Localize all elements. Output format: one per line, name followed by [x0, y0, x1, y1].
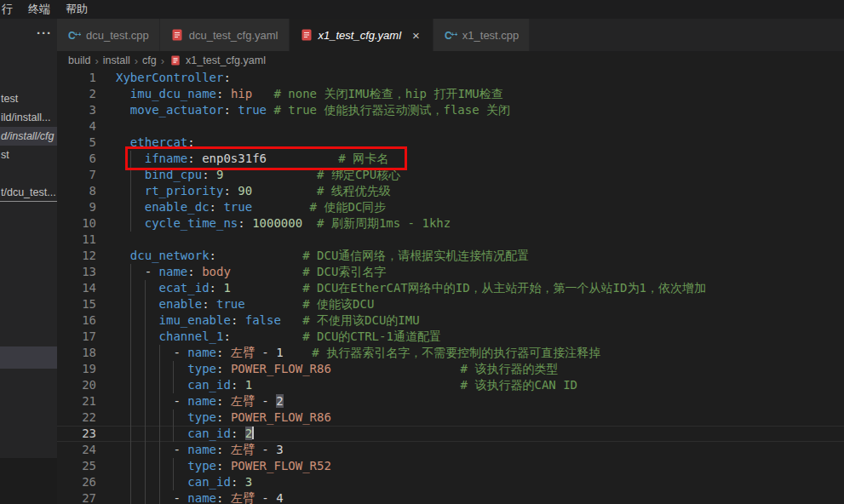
- line-number[interactable]: 4: [57, 118, 96, 135]
- sidebar-item[interactable]: d/install/cfg: [0, 127, 57, 146]
- sidebar-item[interactable]: st: [0, 146, 57, 164]
- line-number[interactable]: 11: [57, 232, 96, 248]
- code-line[interactable]: 22 type: POWER_FLOW_R86: [57, 410, 844, 426]
- line-number[interactable]: 3: [57, 102, 96, 118]
- line-number[interactable]: 27: [57, 490, 96, 504]
- code-editor[interactable]: 1XyberController:2 imu_dcu_name: hip # n…: [57, 70, 844, 504]
- indent-guide: [159, 410, 160, 426]
- sidebar-item[interactable]: t/dcu_test...: [0, 183, 57, 202]
- code-line[interactable]: 8 rt_priority: 90 # 线程优先级: [57, 183, 844, 199]
- indent-guide: [145, 345, 146, 361]
- line-number[interactable]: 2: [57, 86, 96, 102]
- code-line[interactable]: 10 cycle_time_ns: 1000000 # 刷新周期1ms - 1k…: [57, 215, 844, 232]
- indent-guide: [145, 410, 146, 426]
- line-number[interactable]: 13: [57, 264, 96, 280]
- code-line[interactable]: 17 channel_1: # DCU的CTRL-1通道配置: [57, 329, 844, 345]
- indent-guide: [145, 361, 146, 377]
- code-line[interactable]: 2 imu_dcu_name: hip # none 关闭IMU检查，hip 打…: [57, 86, 844, 102]
- indent-guide: [159, 426, 160, 442]
- line-number[interactable]: 8: [57, 183, 96, 199]
- code-line[interactable]: 18 - name: 左臂 - 1 # 执行器索引名字，不需要控制的执行器可直接…: [57, 345, 844, 361]
- sidebar-item[interactable]: ild/install...: [0, 108, 57, 127]
- line-number[interactable]: 24: [57, 442, 96, 458]
- text-cursor: [252, 427, 254, 439]
- close-icon[interactable]: ×: [410, 28, 422, 43]
- code-line[interactable]: 21 - name: 左臂 - 2: [57, 393, 844, 410]
- tab-x1_test_cfg.yaml[interactable]: x1_test_cfg.yaml×: [290, 19, 433, 51]
- code-line[interactable]: 7 bind_cpu: 9 # 绑定CPU核心: [57, 167, 844, 183]
- code-line[interactable]: 14 ecat_id: 1 # DCU在EtherCAT网络中的ID，从主站开始…: [57, 280, 844, 296]
- tab-bar: C++dcu_test.cppdcu_test_cfg.yamlx1_test_…: [57, 19, 844, 51]
- code-line[interactable]: 13 - name: body # DCU索引名字: [57, 264, 844, 280]
- indent-guide: [130, 345, 131, 361]
- tab-label: x1_test.cpp: [462, 29, 520, 42]
- code-line[interactable]: 6 ifname: enp0s31f6 # 网卡名: [57, 151, 844, 167]
- indent-guide: [130, 393, 131, 410]
- indent-guide: [173, 410, 174, 426]
- code-line[interactable]: 5 ethercat:: [57, 135, 844, 151]
- editor-area: C++dcu_test.cppdcu_test_cfg.yamlx1_test_…: [57, 19, 844, 504]
- line-number[interactable]: 5: [57, 135, 96, 151]
- breadcrumb-file[interactable]: x1_test_cfg.yaml: [186, 54, 266, 66]
- tab-x1_test.cpp[interactable]: C++x1_test.cpp: [433, 19, 531, 51]
- indent-guide: [145, 312, 146, 329]
- line-number[interactable]: 22: [57, 410, 96, 426]
- svg-text:++: ++: [451, 31, 457, 38]
- code-line[interactable]: 25 type: POWER_FLOW_R52: [57, 458, 844, 474]
- code-line[interactable]: 9 enable_dc: true # 使能DC同步: [57, 199, 844, 215]
- line-number[interactable]: 12: [57, 248, 96, 264]
- yaml-file-icon: [169, 54, 181, 66]
- code-line[interactable]: 4: [57, 118, 844, 135]
- menu-item-1[interactable]: 终端: [20, 0, 58, 19]
- line-number[interactable]: 17: [57, 329, 96, 345]
- chevron-right-icon: ›: [135, 54, 138, 67]
- line-number[interactable]: 16: [57, 312, 96, 329]
- line-number[interactable]: 1: [57, 70, 96, 86]
- breadcrumb-item[interactable]: build: [68, 54, 90, 66]
- line-number[interactable]: 26: [57, 474, 96, 490]
- code-line[interactable]: 27 - name: 左臂 - 4: [57, 490, 844, 504]
- code-line[interactable]: 11: [57, 232, 844, 248]
- chevron-right-icon: ›: [95, 54, 98, 67]
- code-line[interactable]: 23 can_id: 2: [57, 426, 844, 442]
- tab-dcu_test.cpp[interactable]: C++dcu_test.cpp: [57, 19, 160, 51]
- main-content: ··· testild/install...d/install/cfgstt/d…: [0, 19, 844, 504]
- sidebar-selected-row[interactable]: [0, 346, 57, 369]
- line-number[interactable]: 25: [57, 458, 96, 474]
- tab-dcu_test_cfg.yaml[interactable]: dcu_test_cfg.yaml: [160, 19, 290, 51]
- code-line[interactable]: 16 imu_enable: false # 不使用该DCU的IMU: [57, 312, 844, 329]
- indent-guide: [159, 377, 160, 393]
- code-line[interactable]: 3 move_actuator: true # true 使能执行器运动测试，f…: [57, 102, 844, 118]
- line-number[interactable]: 9: [57, 199, 96, 215]
- indent-guide: [130, 442, 131, 458]
- line-number[interactable]: 6: [57, 151, 96, 167]
- line-number[interactable]: 14: [57, 280, 96, 296]
- line-number[interactable]: 23: [57, 426, 96, 442]
- code-line[interactable]: 20 can_id: 1 # 该执行器的CAN ID: [57, 377, 844, 393]
- code-line[interactable]: 1XyberController:: [57, 70, 844, 86]
- breadcrumb-item[interactable]: install: [103, 54, 130, 66]
- code-line[interactable]: 24 - name: 左臂 - 3: [57, 442, 844, 458]
- indent-guide: [130, 410, 131, 426]
- code-line[interactable]: 12 dcu_network: # DCU通信网络，请根据实机连接情况配置: [57, 248, 844, 264]
- menu-item-2[interactable]: 帮助: [58, 0, 95, 19]
- line-number[interactable]: 18: [57, 345, 96, 361]
- code-line[interactable]: 26 can_id: 3: [57, 474, 844, 490]
- indent-guide: [159, 345, 160, 361]
- line-number[interactable]: 20: [57, 377, 96, 393]
- line-number[interactable]: 21: [57, 393, 96, 410]
- indent-guide: [159, 474, 160, 490]
- line-number[interactable]: 10: [57, 215, 96, 232]
- indent-guide: [173, 474, 174, 490]
- breadcrumb-item[interactable]: cfg: [142, 54, 157, 66]
- line-number[interactable]: 19: [57, 361, 96, 377]
- indent-guide: [130, 264, 131, 280]
- line-number[interactable]: 7: [57, 167, 96, 183]
- menu-item-0[interactable]: 行: [0, 0, 20, 19]
- code-line[interactable]: 15 enable: true # 使能该DCU: [57, 296, 844, 312]
- indent-guide: [145, 280, 146, 296]
- line-number[interactable]: 15: [57, 296, 96, 312]
- sidebar-item[interactable]: test: [0, 89, 57, 108]
- more-actions-button[interactable]: ···: [37, 26, 52, 40]
- code-line[interactable]: 19 type: POWER_FLOW_R86 # 该执行器的类型: [57, 361, 844, 377]
